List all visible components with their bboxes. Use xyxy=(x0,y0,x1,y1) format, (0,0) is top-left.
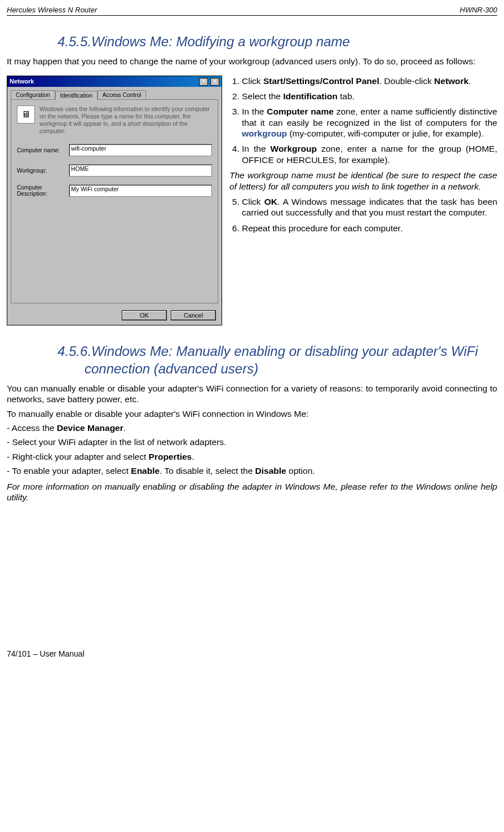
p456-1: You can manually enable or disable your … xyxy=(7,383,497,405)
label-workgroup: Workgroup: xyxy=(17,168,69,174)
line-properties: - Right-click your adapter and select Pr… xyxy=(7,451,497,462)
step-2: Select the Identification tab. xyxy=(242,91,497,102)
ok-button[interactable]: OK xyxy=(122,310,167,320)
cancel-button[interactable]: Cancel xyxy=(171,310,216,320)
workgroup-link[interactable]: workgroup xyxy=(242,129,287,138)
label-computer-name: Computer name: xyxy=(17,147,69,153)
p456-2: To manually enable or disable your adapt… xyxy=(7,408,497,419)
tab-identification[interactable]: Identification xyxy=(55,91,98,100)
tab-body: 🖥 Windows uses the following information… xyxy=(11,99,218,303)
instruction-list: Click Start/Settings/Control Panel. Doub… xyxy=(229,76,497,325)
help-icon[interactable]: ? xyxy=(199,78,208,86)
section-456-heading: 4.5.6.Windows Me: Manually enabling or d… xyxy=(58,342,497,377)
header-right: HWNR-300 xyxy=(460,6,497,14)
line-enable-disable: - To enable your adapter, select Enable.… xyxy=(7,465,497,476)
step-3: In the Computer name zone, enter a name … xyxy=(242,106,497,139)
input-computer-description[interactable]: My WiFi computer xyxy=(69,184,212,197)
footnote-456: For more information on manually enablin… xyxy=(7,481,497,503)
step-5: Click OK. A Windows message indicates th… xyxy=(242,196,497,218)
dialog-description: Windows uses the following information t… xyxy=(39,105,212,135)
line-select-adapter: - Select your WiFi adapter in the list o… xyxy=(7,437,497,447)
step-4: In the Workgroup zone, enter a name for … xyxy=(242,143,497,165)
network-dialog: Network ? × Configuration Identification… xyxy=(7,76,221,325)
dialog-titlebar: Network ? × xyxy=(7,76,222,87)
dialog-title: Network xyxy=(10,78,34,85)
note-text: The workgroup name must be identical (be… xyxy=(229,170,497,192)
section-455-heading: 4.5.5.Windows Me: Modifying a workgroup … xyxy=(58,33,497,50)
page-header: Hercules Wireless N Router HWNR-300 xyxy=(7,6,497,16)
tab-access-control[interactable]: Access Control xyxy=(98,90,147,99)
page-footer: 74/101 – User Manual xyxy=(7,649,497,658)
input-workgroup[interactable]: HOME xyxy=(69,164,212,177)
computer-icon: 🖥 xyxy=(17,105,35,124)
label-computer-description: Computer Description: xyxy=(17,184,69,197)
section-455-intro: It may happen that you need to change th… xyxy=(7,56,497,67)
line-device-manager: - Access the Device Manager. xyxy=(7,422,497,433)
header-left: Hercules Wireless N Router xyxy=(7,6,97,14)
step-6: Repeat this procedure for each computer. xyxy=(242,223,497,234)
close-icon[interactable]: × xyxy=(210,78,219,86)
tab-configuration[interactable]: Configuration xyxy=(11,90,55,99)
step-1: Click Start/Settings/Control Panel. Doub… xyxy=(242,76,497,86)
input-computer-name[interactable]: wifi-computer xyxy=(69,144,212,156)
